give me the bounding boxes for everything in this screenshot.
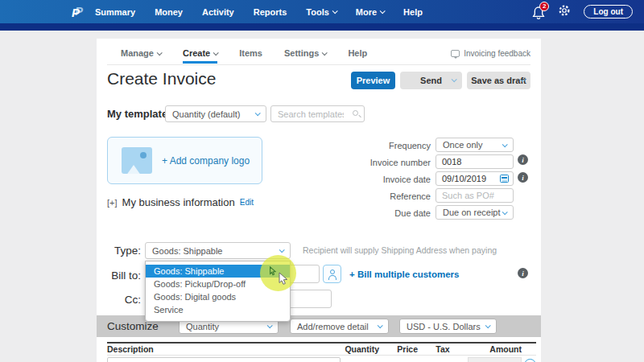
nav-right-controls: 2 Log out [532,0,633,23]
col-tax: Tax [418,344,468,354]
search-templates-input[interactable] [271,109,344,119]
chevron-down-icon [213,50,219,56]
cc-label: Cc: [97,294,141,306]
image-placeholder-icon [122,147,152,174]
chevron-down-icon [279,247,285,253]
chevron-down-icon [322,50,328,56]
nav-item-summary[interactable]: Summary [95,7,135,17]
bill-to-label: Bill to: [97,269,141,282]
item-name-input[interactable] [107,357,341,362]
dropdown-option-goods-digital[interactable]: Goods: Digital goods [146,290,290,303]
reference-label: Reference [338,191,431,201]
col-description: Description [107,344,341,354]
my-templates-label: My templates [107,108,173,120]
col-price: Price [379,344,418,354]
chevron-down-icon [267,323,273,328]
nav-menu: Summary Money Activity Reports Tools Mor… [95,0,423,23]
add-logo-label: + Add company logo [162,155,250,167]
add-company-logo-box[interactable]: + Add company logo [107,137,262,184]
invoice-number-label: Invoice number [338,158,431,167]
table-row: No tax $0.00 ✕ [107,355,536,362]
nav-item-help[interactable]: Help [403,7,423,17]
col-amount: Amount [468,344,522,354]
nav-item-money[interactable]: Money [155,7,183,17]
nav-item-activity[interactable]: Activity [202,7,234,17]
info-icon[interactable]: i [518,172,528,183]
action-buttons: Preview Send Save as draft [351,72,530,89]
calendar-icon [500,175,509,183]
notification-badge: 2 [539,2,549,11]
nav-item-tools[interactable]: Tools [306,7,336,17]
business-information-label: My business information [122,196,235,208]
save-as-draft-button[interactable]: Save as draft [467,72,530,89]
chevron-down-icon [452,76,457,82]
bill-multiple-customers-link[interactable]: + Bill multiple customers [349,269,459,279]
invoice-tabs: Manage Create Items Settings Help Invoic… [107,45,530,65]
chevron-down-icon [378,323,383,328]
template-search [270,105,365,122]
customize-label: Customize [107,320,159,332]
invoicing-feedback-link[interactable]: Invoicing feedback [451,49,530,58]
template-select[interactable]: Quantity (default) [165,105,266,122]
page-title: Create Invoice [107,69,216,88]
edit-business-info-link[interactable]: Edit [240,198,254,207]
chevron-down-icon [332,8,337,14]
info-icon[interactable]: i [518,268,528,278]
chevron-down-icon [485,323,491,328]
tab-manage[interactable]: Manage [121,45,161,64]
chevron-down-icon [255,110,261,116]
paypal-logo-icon[interactable]: P P [71,3,87,19]
items-table: Description Quantity Price Tax Amount No… [107,342,536,362]
nav-item-reports[interactable]: Reports [254,7,287,17]
tab-help[interactable]: Help [348,45,367,64]
contact-book-icon[interactable] [323,265,341,283]
info-icon[interactable]: i [518,154,528,165]
col-quantity: Quantity [341,344,379,354]
logout-button[interactable]: Log out [584,5,633,19]
notifications-bell-icon[interactable]: 2 [532,5,545,19]
quantity-input[interactable] [345,358,379,362]
paypal-invoice-page: P P Summary Money Activity Reports Tools… [0,0,644,362]
mouse-cursor-icon [279,272,289,289]
amount-value: $0.00 [468,357,522,362]
click-cursor-icon [269,265,277,279]
add-remove-detail-select[interactable]: Add/remove detail [290,319,389,334]
speech-bubble-icon [451,50,460,57]
due-date-label: Due date [338,208,431,218]
tab-settings[interactable]: Settings [284,45,326,64]
type-label: Type: [97,245,141,257]
items-table-header: Description Quantity Price Tax Amount [107,343,536,355]
chevron-down-icon [502,142,508,147]
preview-button[interactable]: Preview [351,72,395,89]
shipping-note: Recipient will supply Shipping Address w… [303,245,497,255]
invoice-number-input[interactable] [436,154,514,169]
currency-select[interactable]: USD - U.S. Dollars [399,319,497,334]
search-icon [353,110,358,116]
settings-gear-icon[interactable] [558,4,571,20]
chevron-down-icon [380,8,386,14]
expand-toggle[interactable]: [+] [107,198,118,208]
remove-row-icon[interactable]: ✕ [524,359,536,362]
invoice-card: Manage Create Items Settings Help Invoic… [97,39,541,362]
reference-input[interactable] [436,188,514,203]
price-input[interactable] [383,358,418,362]
dropdown-option-service[interactable]: Service [146,303,290,316]
invoice-date-input[interactable]: 09/10/2019 [436,171,514,186]
invoice-date-label: Invoice date [338,175,431,184]
tab-create[interactable]: Create [183,45,217,64]
chevron-down-icon [157,50,163,56]
business-information-row: [+] My business information Edit [107,196,254,208]
chevron-down-icon [502,209,508,215]
frequency-select[interactable]: Once only [436,138,514,152]
top-navbar: P P Summary Money Activity Reports Tools… [0,0,644,23]
frequency-label: Frequency [338,141,431,150]
due-date-select[interactable]: Due on receipt [436,205,514,220]
nav-item-more[interactable]: More [356,7,384,17]
nav-substrip [0,23,644,31]
tab-items[interactable]: Items [239,45,262,64]
send-button[interactable]: Send [400,72,462,89]
